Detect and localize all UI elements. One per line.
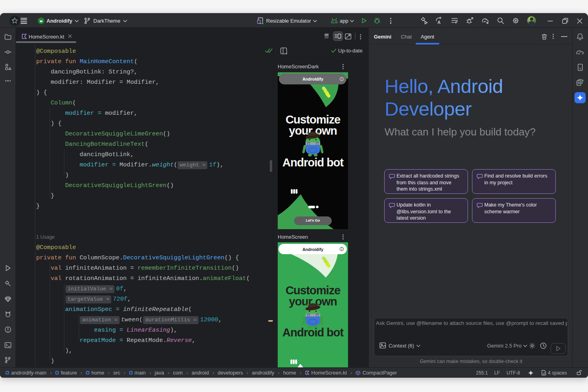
svg-text:A: A [437,20,441,25]
